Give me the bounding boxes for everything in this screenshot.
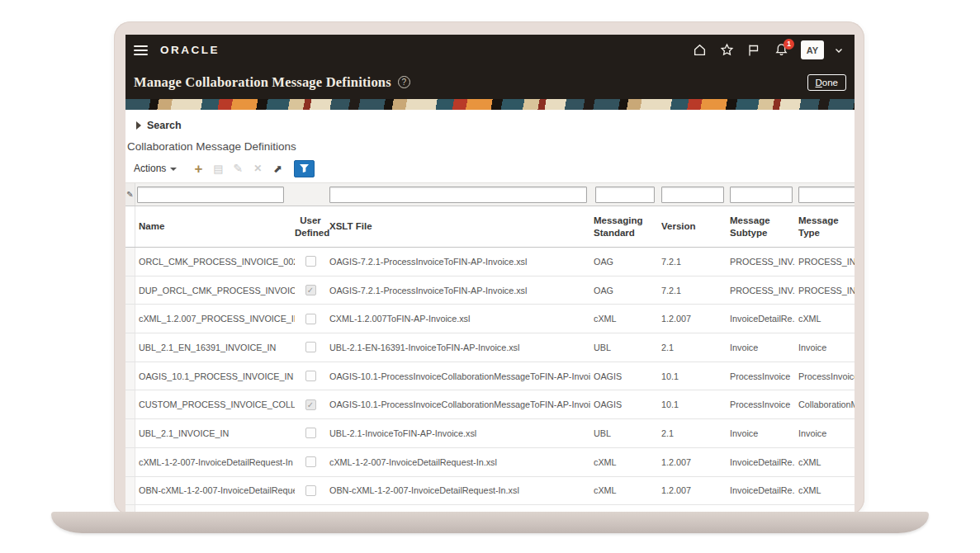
cell-version: 1.2.007: [658, 314, 727, 324]
cell-message-subtype: ProcessInvoice: [727, 371, 795, 381]
cell-xslt-file: OAGIS-10.1-ProcessInvoiceCollaborationMe…: [326, 399, 590, 409]
cell-version: 2.1: [658, 428, 727, 438]
column-header-message-type[interactable]: Message Type: [795, 215, 855, 239]
x-icon: ✕: [248, 163, 267, 174]
hamburger-icon[interactable]: [134, 45, 148, 55]
cell-xslt-file: CXML-1.2.007ToFIN-AP-Invoice.xsl: [326, 314, 590, 324]
cell-name: UBL_2.1_INVOICE_IN: [135, 428, 295, 438]
row-header-cell: [125, 448, 135, 476]
plus-icon[interactable]: +: [188, 162, 208, 176]
cell-message-subtype: InvoiceDetailRe...: [727, 314, 795, 324]
filter-row: ✎: [125, 182, 855, 206]
cell-name: CUSTOM_PROCESS_INVOICE_COLLA...: [135, 399, 295, 409]
cell-name: OAGIS_10.1_PROCESS_INVOICE_IN: [135, 371, 295, 381]
cell-xslt-file: OAGIS-7.2.1-ProcessInvoiceToFIN-AP-Invoi…: [326, 257, 590, 267]
column-header-message-subtype[interactable]: Message Subtype: [727, 215, 795, 239]
user-defined-checkbox[interactable]: [305, 314, 316, 324]
cell-message-type: Invoice: [795, 343, 855, 352]
query-by-example-button[interactable]: [294, 160, 315, 177]
actions-menu-label: Actions: [134, 163, 166, 174]
cell-message-subtype: PROCESS_INV...: [727, 286, 795, 295]
cell-messaging-standard: cXML: [590, 314, 658, 324]
flag-icon[interactable]: [746, 43, 761, 58]
user-defined-checkbox[interactable]: [305, 371, 316, 381]
table-row[interactable]: OBN-cXML-1-2-007-InvoiceDetailReques...O…: [125, 477, 855, 506]
column-header-messaging-standard[interactable]: Messaging Standard: [590, 215, 658, 239]
page-title: Manage Collaboration Message Definitions: [134, 74, 391, 91]
cell-message-type: cXML: [795, 314, 855, 324]
bell-icon[interactable]: 1: [774, 43, 788, 58]
table-row[interactable]: OBN-OAG-PROCESS_INVOICE_002-InOBN-OAG-PR…: [125, 505, 855, 512]
avatar[interactable]: AY: [801, 40, 824, 59]
filter-message-subtype-input[interactable]: [730, 187, 793, 203]
cell-version: 1.2.007: [658, 457, 727, 467]
home-icon[interactable]: [692, 43, 707, 58]
filter-version-input[interactable]: [661, 187, 724, 203]
star-icon[interactable]: [719, 43, 734, 58]
chevron-down-icon[interactable]: [831, 43, 846, 58]
global-header: ORACLE 1 AY: [125, 35, 855, 65]
table-row[interactable]: ORCL_CMK_PROCESS_INVOICE_002OAGIS-7.2.1-…: [125, 248, 855, 276]
user-defined-checkbox[interactable]: [305, 456, 316, 467]
question-circle-icon[interactable]: ?: [398, 76, 410, 88]
cell-user-defined: [295, 342, 326, 352]
user-defined-checkbox[interactable]: [305, 428, 316, 438]
cell-message-subtype: Invoice: [727, 343, 795, 352]
cell-message-subtype: PROCESS_INV...: [727, 257, 795, 267]
filter-icon: [299, 163, 310, 173]
table-header-row: Name User Defined XSLT File Messaging St…: [125, 206, 855, 248]
detach-icon[interactable]: ⬈: [267, 163, 287, 175]
row-header-cell: [125, 276, 135, 305]
cell-xslt-file: cXML-1-2-007-InvoiceDetailRequest-In.xsl: [326, 457, 590, 467]
table-row[interactable]: CUSTOM_PROCESS_INVOICE_COLLA...✓OAGIS-10…: [125, 390, 855, 419]
cell-xslt-file: OAGIS-10.1-ProcessInvoiceCollaborationMe…: [326, 371, 590, 381]
table-row[interactable]: OAGIS_10.1_PROCESS_INVOICE_INOAGIS-10.1-…: [125, 362, 855, 391]
copy-icon: ▤: [208, 163, 228, 175]
cell-user-defined: ✓: [295, 399, 326, 410]
user-defined-checkbox[interactable]: [305, 256, 316, 267]
filter-row-pencil-icon[interactable]: ✎: [125, 183, 135, 206]
cell-version: 7.2.1: [658, 257, 727, 267]
cell-message-subtype: Invoice: [727, 428, 795, 438]
cell-name: DUP_ORCL_CMK_PROCESS_INVOICE...: [135, 286, 295, 295]
cell-message-subtype: InvoiceDetailRe...: [727, 457, 795, 467]
table-row[interactable]: UBL_2.1_INVOICE_INUBL-2.1-InvoiceToFIN-A…: [125, 419, 855, 448]
cell-user-defined: [295, 371, 326, 381]
column-header-name[interactable]: Name: [135, 220, 295, 232]
cell-messaging-standard: OAG: [590, 286, 658, 295]
column-header-version[interactable]: Version: [658, 220, 727, 232]
cell-messaging-standard: UBL: [590, 343, 658, 352]
row-header-cell: [125, 362, 135, 390]
cell-user-defined: [295, 314, 326, 324]
filter-name-input[interactable]: [137, 187, 284, 203]
oracle-logo: ORACLE: [160, 44, 220, 56]
table-row[interactable]: cXML-1-2-007-InvoiceDetailRequest-IncXML…: [125, 448, 855, 477]
column-header-user-defined[interactable]: User Defined: [295, 215, 326, 239]
row-header-cell: [125, 390, 135, 418]
cell-user-defined: ✓: [295, 285, 326, 295]
app-window: ORACLE 1 AY Manage Collaboration Message…: [125, 35, 855, 512]
done-button[interactable]: Done: [807, 74, 847, 91]
filter-xslt-file-input[interactable]: [329, 187, 587, 203]
table-row[interactable]: cXML_1.2.007_PROCESS_INVOICE_INCXML-1.2.…: [125, 305, 855, 333]
user-defined-checkbox[interactable]: ✓: [305, 399, 316, 410]
user-defined-checkbox[interactable]: [305, 485, 316, 496]
cell-user-defined: [295, 456, 326, 467]
header-row-corner: [125, 206, 135, 247]
laptop-base: [51, 512, 929, 533]
cell-message-type: ProcessInvoice: [795, 371, 855, 381]
cell-version: 2.1: [658, 343, 727, 352]
filter-messaging-standard-input[interactable]: [595, 187, 655, 203]
cell-name: UBL_2.1_EN_16391_INVOICE_IN: [135, 343, 295, 352]
user-defined-checkbox[interactable]: [305, 342, 316, 352]
cell-messaging-standard: OAG: [590, 257, 658, 267]
table-row[interactable]: UBL_2.1_EN_16391_INVOICE_INUBL-2.1-EN-16…: [125, 333, 855, 362]
actions-menu-button[interactable]: Actions: [134, 163, 177, 174]
table-row[interactable]: DUP_ORCL_CMK_PROCESS_INVOICE...✓OAGIS-7.…: [125, 276, 855, 305]
search-panel-toggle[interactable]: Search: [136, 120, 855, 131]
page-header: Manage Collaboration Message Definitions…: [125, 65, 855, 99]
column-header-xslt-file[interactable]: XSLT File: [326, 220, 590, 232]
cell-message-type: PROCESS_INV...: [795, 286, 855, 295]
filter-message-type-input[interactable]: [798, 187, 855, 203]
user-defined-checkbox[interactable]: ✓: [305, 285, 316, 295]
